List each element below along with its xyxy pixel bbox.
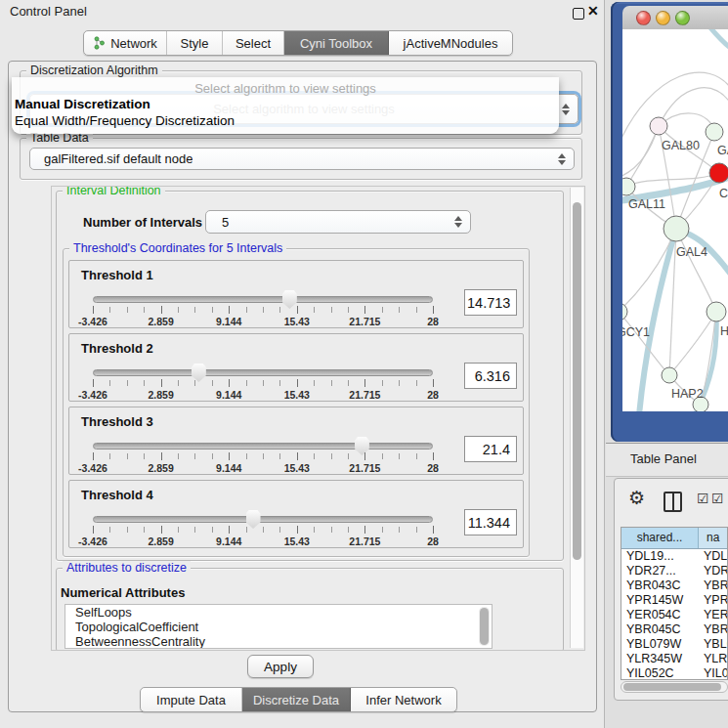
- slider-track[interactable]: [93, 516, 433, 523]
- top-tab-bar: NetworkStyleSelectCyni ToolboxjActiveMNo…: [83, 30, 513, 56]
- threshold-slider[interactable]: -3.4262.8599.14415.4321.71528: [93, 441, 433, 474]
- threshold-value-input[interactable]: [464, 363, 517, 389]
- network-node-gal4[interactable]: [664, 216, 689, 241]
- network-node-gal80[interactable]: [650, 117, 667, 135]
- cell-shared-name[interactable]: YBR045C: [621, 622, 699, 637]
- attribute-list-item-betweennesscentrality[interactable]: BetweennessCentrality: [65, 634, 492, 649]
- table-row[interactable]: YER054CYER0: [621, 608, 727, 622]
- tab-impute-data[interactable]: Impute Data: [141, 688, 242, 711]
- cell-shared-name[interactable]: YER054C: [621, 608, 699, 622]
- tab-cyni-toolbox[interactable]: Cyni Toolbox: [284, 31, 389, 55]
- cell-name[interactable]: YBR0: [699, 578, 727, 593]
- thresholds-group-title: Threshold's Coordinates for 5 Intervals: [69, 241, 286, 255]
- window-title: Control Panel: [10, 4, 87, 19]
- number-of-intervals-combo[interactable]: 5: [205, 210, 471, 234]
- algorithm-option-equal-width-frequency-discretization[interactable]: Equal Width/Frequency Discretization: [15, 113, 235, 128]
- table-row[interactable]: YBR043CYBR0: [621, 578, 727, 593]
- tab-network[interactable]: Network: [84, 31, 167, 55]
- gear-icon[interactable]: ⚙: [628, 487, 645, 509]
- node-label-hap2: HAP2: [671, 387, 704, 401]
- attribute-list-item-topologicalcoefficient[interactable]: TopologicalCoefficient: [65, 620, 492, 634]
- table-row[interactable]: YBL079WYBL0: [621, 637, 727, 652]
- network-canvas[interactable]: GAL80GACGAL11GAL4GCY1HHAP2: [622, 29, 728, 411]
- settings-vertical-scrollbar[interactable]: [570, 188, 583, 648]
- threshold-slider[interactable]: -3.4262.8599.14415.4321.71528: [93, 514, 433, 547]
- cell-shared-name[interactable]: YBR043C: [621, 578, 699, 593]
- mac-zoom-button[interactable]: [675, 11, 690, 25]
- mac-close-button[interactable]: [636, 11, 651, 25]
- cell-shared-name[interactable]: YIL052C: [621, 666, 699, 680]
- tab-style[interactable]: Style: [167, 31, 223, 55]
- cell-shared-name[interactable]: YBL079W: [621, 637, 699, 652]
- scrollbar-thumb[interactable]: [573, 202, 581, 560]
- slider-track[interactable]: [93, 296, 433, 303]
- cell-name[interactable]: YLR3: [699, 652, 727, 666]
- cell-name[interactable]: YBR0: [699, 622, 727, 637]
- cell-name[interactable]: YPR1: [699, 593, 727, 608]
- slider-track[interactable]: [93, 369, 433, 376]
- cell-name[interactable]: YBL0: [699, 637, 727, 652]
- slider-tick-label: 15.43: [284, 462, 310, 474]
- apply-button[interactable]: Apply: [247, 655, 314, 678]
- cell-shared-name[interactable]: YDR27...: [621, 564, 699, 578]
- tab-label: Infer Network: [365, 693, 441, 707]
- network-node-hap2[interactable]: [662, 367, 677, 383]
- attribute-list-item-selfloops[interactable]: SelfLoops: [65, 605, 492, 620]
- slider-tick-label: 2.859: [148, 316, 173, 327]
- network-node-ga[interactable]: [706, 123, 723, 141]
- number-of-intervals-label: Number of Intervals: [83, 215, 202, 230]
- table-row[interactable]: YBR045CYBR0: [621, 622, 727, 637]
- scrollbar-thumb[interactable]: [480, 608, 489, 645]
- threshold-slider[interactable]: -3.4262.8599.14415.4321.71528: [93, 294, 433, 327]
- network-node-gal11[interactable]: [622, 178, 635, 195]
- attributes-list-scrollbar[interactable]: [479, 607, 490, 646]
- tab-select[interactable]: Select: [223, 31, 284, 55]
- table-horizontal-scrollbar[interactable]: [621, 681, 728, 693]
- cell-name[interactable]: YER0: [699, 608, 727, 622]
- threshold-panel: Threshold 1 -3.4262.8599.14415.4321.7152…: [68, 260, 524, 328]
- table-row[interactable]: YPR145WYPR1: [621, 593, 727, 608]
- tab-jactivemnodules[interactable]: jActiveMNodules: [389, 31, 512, 55]
- column-header-name[interactable]: na: [699, 528, 727, 548]
- tab-discretize-data[interactable]: Discretize Data: [242, 688, 351, 711]
- checkbox-icon[interactable]: ☑: [697, 491, 709, 506]
- network-node-gcy1[interactable]: [622, 303, 627, 321]
- cell-shared-name[interactable]: YPR145W: [621, 593, 699, 608]
- table-row[interactable]: YLR345WYLR3: [621, 652, 727, 666]
- slider-major-tick: [229, 379, 230, 387]
- scrollbar-thumb[interactable]: [623, 683, 721, 691]
- slider-major-tick: [93, 526, 94, 534]
- cell-shared-name[interactable]: YDL19...: [621, 549, 699, 564]
- table-row[interactable]: YDL19...YDL1: [621, 549, 727, 564]
- slider-major-tick: [229, 306, 230, 314]
- checkbox-icon[interactable]: ☑: [711, 491, 724, 506]
- cell-name[interactable]: YIL0: [699, 666, 727, 680]
- slider-major-tick: [161, 452, 162, 460]
- cell-name[interactable]: YDR2: [699, 564, 727, 578]
- table-panel-title: Table Panel: [630, 451, 697, 466]
- column-header-shared-name[interactable]: shared...: [621, 528, 699, 548]
- threshold-value-input[interactable]: [464, 289, 517, 316]
- slider-track[interactable]: [93, 443, 433, 450]
- threshold-value-input[interactable]: [464, 436, 517, 462]
- network-node-c[interactable]: [709, 163, 728, 183]
- node-attribute-table[interactable]: shared... na YDL19...YDL1YDR27...YDR2YBR…: [621, 527, 728, 680]
- column-selector-icon[interactable]: [664, 492, 682, 512]
- tab-infer-network[interactable]: Infer Network: [351, 688, 456, 711]
- mac-minimize-button[interactable]: [656, 11, 670, 25]
- cell-shared-name[interactable]: YLR345W: [621, 652, 699, 666]
- cell-name[interactable]: YDL1: [699, 549, 727, 564]
- threshold-value-input[interactable]: [464, 509, 517, 535]
- float-window-icon[interactable]: [573, 8, 584, 20]
- table-row[interactable]: YIL052CYIL0: [621, 666, 727, 680]
- network-window-titlebar[interactable]: [622, 6, 728, 30]
- table-row[interactable]: YDR27...YDR2: [621, 564, 727, 578]
- thresholds-group: Threshold's Coordinates for 5 Intervals …: [63, 248, 530, 557]
- network-node-h[interactable]: [707, 302, 726, 321]
- numerical-attributes-list[interactable]: SelfLoopsTopologicalCoefficientBetweenne…: [64, 604, 492, 649]
- slider-tick-label: 2.859: [148, 535, 173, 547]
- close-icon[interactable]: ✕: [587, 3, 599, 19]
- threshold-slider[interactable]: -3.4262.8599.14415.4321.71528: [93, 367, 433, 401]
- algorithm-option-manual-discretization[interactable]: Manual Discretization: [15, 97, 150, 111]
- table-data-combo[interactable]: galFiltered.sif default node: [29, 148, 575, 170]
